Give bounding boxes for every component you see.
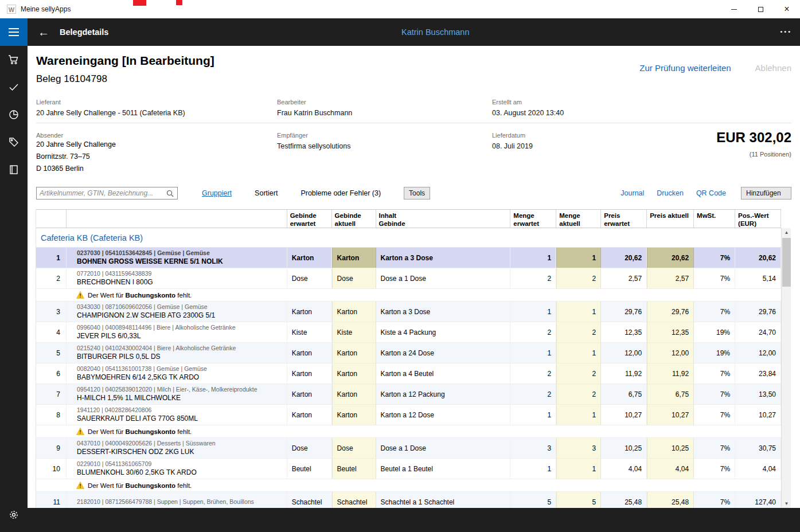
screen-recording-indicator [133, 0, 146, 6]
header-pos-wert[interactable]: Pos.-Wert (EUR) [735, 210, 781, 228]
maximize-button[interactable] [747, 0, 774, 18]
grouped-toggle[interactable]: Gruppiert [202, 189, 232, 197]
gebinde-aktuell-cell: Beutel [332, 459, 376, 479]
problems-filter[interactable]: Probleme oder Fehler (3) [301, 189, 381, 197]
group-label: Cafeteria KB (Cafeteria KB) [41, 233, 143, 242]
menge-aktuell-cell: 2 [556, 384, 601, 404]
field-lieferant: Lieferant 20 Jahre Selly Challenge - 501… [36, 99, 185, 117]
pie-chart-icon [8, 109, 19, 120]
forward-for-review-button[interactable]: Zur Prüfung weiterleiten [639, 63, 731, 73]
reject-button[interactable]: Ablehnen [755, 63, 791, 73]
article-meta: 0237030 | 05410153642845 | Gemüse | Gemü… [77, 249, 210, 257]
header-inhalt-gebinde[interactable]: Inhalt Gebinde [376, 210, 511, 228]
header-gebinde-erwartet[interactable]: Gebinde erwartet [287, 210, 332, 228]
header-label: Gebinde aktuell [335, 212, 373, 228]
sidebar-item-settings[interactable] [0, 501, 28, 529]
article-meta: 0772010 | 04311596438839 [77, 270, 151, 277]
sidebar-item-tags[interactable] [0, 128, 28, 156]
qr-code-link[interactable]: QR Code [696, 189, 726, 197]
table-row[interactable]: 70954120 | 04025839012020 | Milch | Eier… [36, 384, 781, 405]
vertical-scrollbar[interactable]: ▲ ▼ [781, 228, 791, 508]
preis-aktuell-cell: 12,00 [647, 343, 694, 363]
menge-erwartet-cell: 1 [510, 248, 556, 268]
journal-link[interactable]: Journal [621, 189, 644, 197]
sidebar-item-tasks[interactable] [0, 73, 28, 101]
cart-icon [8, 54, 19, 65]
mwst-cell: 19% [694, 343, 735, 363]
table-row[interactable]: 50215240 | 04102430002404 | Biere | Alko… [36, 343, 781, 363]
article-name: BRECHBOHNEN I 800G [77, 278, 153, 287]
search-box[interactable] [36, 187, 178, 200]
scroll-up-icon[interactable]: ▲ [782, 228, 791, 237]
field-absender: Absender 20 Jahre Selly Challenge Bornit… [36, 132, 116, 175]
header-label: Preis aktuell [650, 212, 689, 220]
warning-text: Der Wert für Buchungskonto fehlt. [88, 428, 192, 435]
header-menge-aktuell[interactable]: Menge aktuell [556, 210, 601, 228]
preis-erwartet-cell: 2,57 [601, 268, 647, 288]
more-button[interactable]: ••• [780, 18, 792, 45]
table-row[interactable]: 100229010 | 05411361065709BLUMENKOHL 30/… [36, 459, 781, 479]
user-link[interactable]: Katrin Buschmann [401, 18, 469, 46]
table-row[interactable]: 30343030 | 08710609602056 | Gemüse | Gem… [36, 302, 781, 322]
menge-erwartet-cell: 5 [510, 492, 556, 508]
sidebar-item-reports[interactable] [0, 156, 28, 183]
row-warning: Der Wert für Buchungskonto fehlt. [36, 425, 781, 438]
menge-erwartet-cell: 2 [510, 268, 556, 288]
sidebar-item-cart[interactable] [0, 46, 28, 73]
header-gebinde-aktuell[interactable]: Gebinde aktuell [332, 210, 376, 228]
field-empfaenger: Empfänger Testfirma sellysolutions [277, 132, 351, 150]
table-row[interactable]: 90437010 | 04000492005626 | Desserts | S… [36, 438, 781, 459]
table-row[interactable]: 112182010 | 08712566479788 | Suppen | Su… [36, 492, 781, 508]
preis-aktuell-cell: 20,62 [647, 248, 694, 268]
menge-aktuell-cell: 1 [556, 302, 601, 322]
article-meta: 1941120 | 04028286420806 [77, 406, 151, 414]
article-name: H-MILCH 1,5% 1L MILCHWOLKE [77, 394, 181, 402]
table-row[interactable]: 40996040 | 04008948114496 | Biere | Alko… [36, 322, 781, 343]
inhalt-gebinde-cell: Karton a 4 Beutel [376, 363, 511, 384]
check-icon [8, 81, 19, 93]
table-row[interactable]: 81941120 | 04028286420806SAUERKRAUT DELI… [36, 405, 781, 425]
header-preis-erwartet[interactable]: Preis erwartet [601, 210, 647, 228]
sorted-toggle[interactable]: Sortiert [255, 189, 278, 197]
sidebar-item-statistics[interactable] [0, 101, 28, 128]
preis-aktuell-cell: 4,04 [647, 459, 694, 479]
article-cell: 1941120 | 04028286420806SAUERKRAUT DELI … [67, 405, 287, 425]
gebinde-erwartet-cell: Karton [287, 302, 332, 322]
preis-aktuell-cell: 2,57 [647, 268, 694, 288]
table-row[interactable]: 20772010 | 04311596438839BRECHBOHNEN I 8… [36, 268, 781, 289]
table-row[interactable]: 10237030 | 05410153642845 | Gemüse | Gem… [36, 248, 781, 268]
preis-erwartet-cell: 29,76 [601, 302, 647, 322]
print-link[interactable]: Drucken [657, 189, 684, 197]
header-menge-erwartet[interactable]: Menge erwartet [510, 210, 556, 228]
row-number-cell: 7 [36, 384, 67, 404]
inhalt-gebinde-cell: Dose a 1 Dose [376, 438, 511, 458]
gebinde-aktuell-cell: Karton [332, 405, 376, 425]
table-header-row: Gebinde erwartet Gebinde aktuell Inhalt … [36, 209, 781, 228]
minimize-button[interactable] [721, 0, 747, 18]
header-preis-aktuell[interactable]: Preis aktuell [647, 210, 694, 228]
header-label: Pos.-Wert (EUR) [738, 212, 778, 228]
table-row[interactable]: 60082040 | 05411361001738 | Gemüse | Gem… [36, 363, 781, 384]
header-row-number[interactable] [36, 210, 67, 228]
inhalt-gebinde-cell: Dose a 1 Dose [376, 268, 511, 288]
field-lieferdatum: Lieferdatum 08. Juli 2019 [492, 132, 533, 150]
menge-erwartet-cell: 1 [510, 459, 556, 479]
group-header[interactable]: Cafeteria KB (Cafeteria KB) [36, 228, 781, 248]
scroll-down-icon[interactable]: ▼ [782, 499, 791, 508]
pos-wert-cell: 12,00 [735, 343, 781, 363]
article-name: JEVER PILS 6/0,33L [77, 332, 141, 341]
header-article[interactable] [67, 210, 287, 228]
article-name: BOHNEN GROSS WEISSE KERNE 5/1 NOLIK [77, 257, 223, 266]
back-button[interactable]: ← [33, 18, 54, 46]
maximize-icon [758, 7, 763, 12]
search-input[interactable] [37, 189, 166, 197]
header-label: Inhalt Gebinde [379, 212, 415, 228]
row-number-cell: 11 [36, 492, 67, 508]
add-dropdown-button[interactable]: Hinzufügen [741, 187, 791, 200]
tools-button[interactable]: Tools [404, 187, 430, 200]
header-mwst[interactable]: MwSt. [694, 210, 735, 228]
hamburger-menu-button[interactable] [0, 18, 28, 46]
scrollbar-thumb[interactable] [782, 238, 791, 287]
close-button[interactable]: × [774, 0, 800, 18]
mwst-cell: 7% [694, 302, 735, 322]
